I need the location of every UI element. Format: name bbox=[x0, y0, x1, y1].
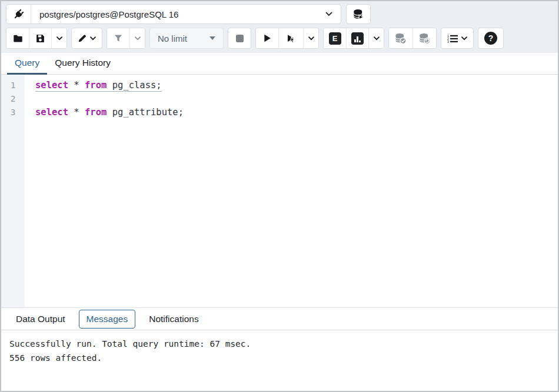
database-arrow-icon bbox=[353, 9, 364, 20]
question-mark-icon: ? bbox=[484, 32, 497, 45]
tab-data-output-label: Data Output bbox=[16, 314, 65, 324]
macros-chevron-icon bbox=[461, 36, 467, 41]
folder-icon bbox=[13, 33, 23, 43]
sql-keyword: select bbox=[35, 80, 68, 91]
floppy-save-icon bbox=[35, 33, 45, 43]
play-cursor-icon bbox=[286, 33, 297, 43]
connection-group: postgres/postgres@PostgreSQL 16 bbox=[6, 4, 341, 24]
tab-data-output[interactable]: Data Output bbox=[8, 310, 73, 329]
connection-select-value: postgres/postgres@PostgreSQL 16 bbox=[39, 9, 178, 19]
bar-chart-icon bbox=[351, 32, 364, 45]
pencil-icon bbox=[78, 33, 87, 43]
sql-keyword: from bbox=[85, 80, 107, 91]
chevron-down-icon bbox=[325, 12, 332, 16]
filter-button[interactable] bbox=[107, 28, 129, 48]
sql-operator: * bbox=[68, 107, 85, 118]
code-line-3: select * from pg_attribute; bbox=[35, 106, 558, 119]
line-number: 1 bbox=[1, 79, 25, 92]
file-button-group bbox=[6, 28, 67, 49]
explain-button[interactable]: E bbox=[324, 28, 346, 48]
row-limit-value: No limit bbox=[158, 33, 187, 43]
explain-button-group: E bbox=[323, 28, 384, 49]
query-tabbar: Query Query History bbox=[1, 53, 558, 75]
line-number-gutter: 1 2 3 bbox=[1, 75, 25, 307]
edit-options-chevron-icon bbox=[90, 36, 96, 41]
tab-query-history-label: Query History bbox=[55, 58, 111, 68]
numbered-list-icon: 1 2 3 bbox=[447, 34, 458, 43]
sql-identifier: pg_class; bbox=[107, 80, 161, 91]
code-line-1: select * from pg_class; bbox=[35, 79, 558, 92]
line-number: 2 bbox=[1, 92, 25, 106]
funnel-filter-icon bbox=[114, 33, 123, 43]
tab-query-history[interactable]: Query History bbox=[47, 53, 118, 75]
tab-messages-label: Messages bbox=[86, 314, 128, 324]
execute-from-cursor-button[interactable] bbox=[278, 28, 303, 48]
filter-options-chevron[interactable] bbox=[129, 28, 145, 48]
svg-text:3: 3 bbox=[447, 40, 449, 43]
execute-button-group bbox=[255, 28, 319, 49]
explain-e-icon: E bbox=[329, 32, 341, 45]
explain-options-chevron[interactable] bbox=[368, 28, 384, 48]
rollback-button[interactable] bbox=[412, 28, 436, 48]
tab-notifications-label: Notifications bbox=[149, 314, 198, 324]
stop-icon bbox=[236, 35, 244, 42]
code-area[interactable]: select * from pg_class; select * from pg… bbox=[25, 75, 558, 307]
output-tabbar: Data Output Messages Notifications bbox=[1, 308, 558, 330]
macros-button[interactable]: 1 2 3 bbox=[441, 28, 474, 49]
execute-button[interactable] bbox=[256, 28, 278, 48]
explain-analyze-button[interactable] bbox=[346, 28, 368, 48]
tab-notifications[interactable]: Notifications bbox=[141, 310, 206, 329]
new-connection-button[interactable] bbox=[346, 4, 371, 24]
sql-identifier: pg_attribute; bbox=[107, 107, 184, 118]
play-icon bbox=[262, 33, 272, 43]
transaction-button-group bbox=[388, 28, 437, 49]
query-toolbar: No limit bbox=[1, 26, 558, 53]
message-line: 556 rows affected. bbox=[9, 351, 550, 365]
database-commit-icon bbox=[395, 33, 407, 44]
execute-options-chevron[interactable] bbox=[303, 28, 318, 48]
row-limit-select[interactable]: No limit bbox=[149, 28, 224, 49]
triangle-down-icon bbox=[209, 36, 215, 40]
sql-keyword: from bbox=[85, 107, 107, 118]
commit-button[interactable] bbox=[389, 28, 412, 48]
tab-query[interactable]: Query bbox=[7, 53, 47, 75]
save-options-chevron[interactable] bbox=[51, 28, 66, 48]
edit-button[interactable] bbox=[71, 28, 102, 49]
message-line: Successfully run. Total query runtime: 6… bbox=[9, 337, 550, 351]
cancel-query-button[interactable] bbox=[228, 28, 251, 49]
tab-messages[interactable]: Messages bbox=[79, 310, 136, 329]
connection-bar: postgres/postgres@PostgreSQL 16 bbox=[1, 1, 558, 26]
code-line-2 bbox=[35, 92, 558, 106]
save-button[interactable] bbox=[29, 28, 51, 48]
messages-panel: Successfully run. Total query runtime: 6… bbox=[1, 330, 558, 391]
line-number: 3 bbox=[1, 106, 25, 119]
help-button[interactable]: ? bbox=[478, 28, 504, 49]
query-tool-window: postgres/postgres@PostgreSQL 16 bbox=[0, 0, 559, 392]
connection-status-plug-icon bbox=[6, 5, 31, 24]
sql-operator: * bbox=[68, 80, 85, 91]
connection-select[interactable]: postgres/postgres@PostgreSQL 16 bbox=[31, 5, 341, 24]
database-rollback-icon bbox=[419, 33, 431, 44]
sql-editor: 1 2 3 select * from pg_class; select * f… bbox=[1, 75, 558, 308]
sql-keyword: select bbox=[35, 107, 68, 118]
open-file-button[interactable] bbox=[6, 28, 29, 48]
filter-button-group bbox=[107, 28, 145, 49]
tab-query-label: Query bbox=[15, 58, 39, 68]
